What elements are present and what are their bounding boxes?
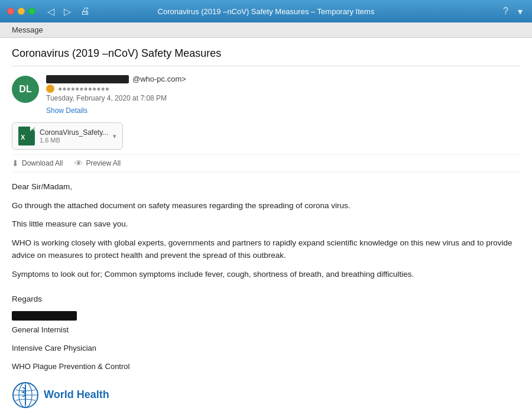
email-para1: Go through the attached document on safe… <box>12 199 520 212</box>
sender-email: @who-pc.com> <box>132 75 186 83</box>
collapse-button[interactable]: ▾ <box>515 5 525 18</box>
title-1: General Internist <box>12 324 520 337</box>
action-row: ⬇ Download All 👁 Preview All <box>12 154 520 172</box>
titlebar-left: ◁ ▷ 🖨 <box>7 5 92 18</box>
title-2: Intensive Care Physician <box>12 342 520 355</box>
email-para4: Symptoms to look out for; Common symptom… <box>12 268 520 281</box>
menu-message[interactable]: Message <box>7 24 48 35</box>
traffic-lights <box>7 8 35 15</box>
sender-signature-redacted <box>12 311 77 321</box>
preview-all-button[interactable]: 👁 Preview All <box>74 159 121 168</box>
sender-name-redacted <box>46 75 129 83</box>
preview-all-label: Preview All <box>86 159 121 167</box>
sender-email-placeholder: ●●●●●●●●●●●● <box>58 85 109 93</box>
email-para3: WHO is working closely with global exper… <box>12 237 520 262</box>
titlebar-right: ? ▾ <box>501 5 525 18</box>
who-logo-icon <box>12 381 39 409</box>
download-all-label: Download All <box>22 159 63 167</box>
menubar: Message <box>0 22 532 38</box>
email-subject: Coronavirus (2019 –nCoV) Safety Measures <box>12 47 520 66</box>
titlebar: ◁ ▷ 🖨 Coronavirus (2019 –nCoV) Safety Me… <box>0 0 532 22</box>
download-icon: ⬇ <box>12 159 19 168</box>
email-container: Coronavirus (2019 –nCoV) Safety Measures… <box>0 38 532 414</box>
back-button[interactable]: ◁ <box>45 5 57 18</box>
attachment-area: X CoronaVirus_Safety... 1.6 MB ▾ <box>12 122 520 150</box>
help-button[interactable]: ? <box>501 5 511 18</box>
attachment-info: CoronaVirus_Safety... 1.6 MB <box>40 128 108 144</box>
maximize-button[interactable] <box>28 8 35 15</box>
sender-info: @who-pc.com> ●●●●●●●●●●●● Tuesday, Febru… <box>46 75 520 115</box>
close-button[interactable] <box>7 8 14 15</box>
minimize-button[interactable] <box>18 8 25 15</box>
print-button[interactable]: 🖨 <box>78 5 92 18</box>
attachment-box[interactable]: X CoronaVirus_Safety... 1.6 MB ▾ <box>12 122 123 150</box>
email-body: Dear Sir/Madam, Go through the attached … <box>12 180 520 409</box>
attachment-size: 1.6 MB <box>40 137 108 144</box>
email-para2: This little measure can save you. <box>12 218 520 231</box>
attachment-chevron-icon[interactable]: ▾ <box>113 132 116 140</box>
sender-name-row: @who-pc.com> <box>46 75 520 83</box>
svg-marker-1 <box>30 127 35 131</box>
show-details-link[interactable]: Show Details <box>46 106 87 115</box>
regards-text: Regards <box>12 293 520 306</box>
attachment-name: CoronaVirus_Safety... <box>40 128 108 137</box>
who-section: World Health <box>12 381 520 409</box>
email-header: DL @who-pc.com> ●●●●●●●●●●●● Tuesday, Fe… <box>12 75 520 115</box>
svg-text:X: X <box>21 134 25 141</box>
download-all-button[interactable]: ⬇ Download All <box>12 159 63 168</box>
signature-block: Regards General Internist Intensive Care… <box>12 293 520 373</box>
sender-status-icon <box>46 85 54 93</box>
who-text: World Health <box>44 386 109 403</box>
attachment-icon: X <box>18 127 35 145</box>
sender-avatar: DL <box>12 76 39 103</box>
email-greeting: Dear Sir/Madam, <box>12 180 520 193</box>
excel-file-icon: X <box>18 127 35 145</box>
window-title: Coronavirus (2019 –nCoV) Safety Measures… <box>158 7 375 16</box>
title-3: WHO Plague Prevention & Control <box>12 361 520 373</box>
email-date: Tuesday, February 4, 2020 at 7:08 PM <box>46 94 520 102</box>
preview-icon: 👁 <box>74 159 83 168</box>
forward-button[interactable]: ▷ <box>61 5 73 18</box>
